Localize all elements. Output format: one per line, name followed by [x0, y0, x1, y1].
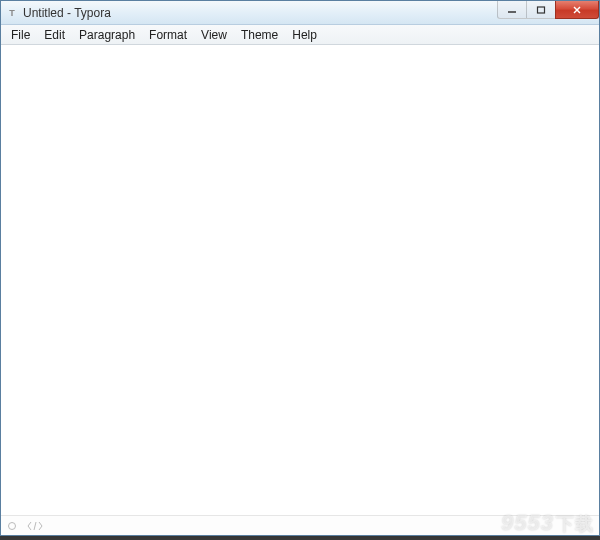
window-controls [498, 1, 599, 21]
svg-rect-1 [538, 7, 545, 13]
window-title: Untitled - Typora [23, 6, 111, 20]
statusbar [1, 515, 599, 535]
source-mode-icon[interactable] [27, 521, 43, 531]
sidebar-toggle-icon[interactable] [7, 521, 17, 531]
menubar: File Edit Paragraph Format View Theme He… [1, 25, 599, 45]
menu-file[interactable]: File [4, 26, 37, 44]
menu-theme[interactable]: Theme [234, 26, 285, 44]
close-icon [572, 6, 582, 14]
menu-paragraph[interactable]: Paragraph [72, 26, 142, 44]
menu-help[interactable]: Help [285, 26, 324, 44]
maximize-icon [536, 6, 546, 14]
app-window: T Untitled - Typora File Edit Paragraph … [0, 0, 600, 536]
app-icon: T [5, 6, 19, 20]
menu-view[interactable]: View [194, 26, 234, 44]
minimize-icon [507, 6, 517, 14]
close-button[interactable] [555, 1, 599, 19]
editor-area[interactable] [1, 45, 599, 515]
menu-edit[interactable]: Edit [37, 26, 72, 44]
svg-point-4 [9, 522, 16, 529]
titlebar[interactable]: T Untitled - Typora [1, 1, 599, 25]
minimize-button[interactable] [497, 1, 527, 19]
menu-format[interactable]: Format [142, 26, 194, 44]
maximize-button[interactable] [526, 1, 556, 19]
